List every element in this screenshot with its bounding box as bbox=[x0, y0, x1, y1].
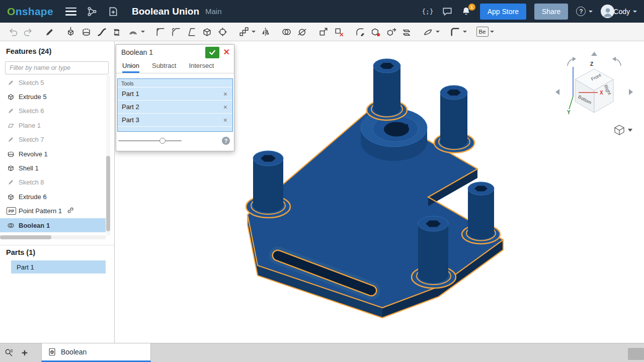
view-options-button[interactable] bbox=[615, 125, 632, 135]
slider-knob[interactable] bbox=[159, 138, 166, 144]
x-axis-label: X bbox=[600, 90, 603, 96]
draft-button[interactable] bbox=[184, 25, 199, 39]
search-tabs-icon[interactable] bbox=[0, 343, 17, 362]
feature-item-sketch8[interactable]: Sketch 8 bbox=[0, 175, 106, 190]
surface-dropdown-caret[interactable] bbox=[436, 31, 440, 33]
tab-subtract[interactable]: Subtract bbox=[152, 60, 176, 73]
insert-document-icon[interactable] bbox=[108, 6, 119, 17]
feature-item-extrude5[interactable]: Extrude 5 bbox=[0, 89, 106, 104]
tab-intersect[interactable]: Intersect bbox=[189, 60, 214, 73]
remove-tool-icon[interactable]: × bbox=[222, 103, 228, 111]
confirm-button[interactable] bbox=[205, 47, 219, 58]
split-button[interactable] bbox=[294, 25, 310, 39]
revolve-icon bbox=[7, 150, 15, 158]
app-store-button[interactable]: App Store bbox=[480, 4, 526, 20]
sheet-metal-tools-button[interactable] bbox=[447, 25, 463, 39]
tool-item[interactable]: Part 2 × bbox=[118, 100, 232, 113]
standoff-cylinder[interactable] bbox=[462, 182, 500, 244]
features-hscrollbar[interactable] bbox=[0, 235, 106, 239]
pattern-dropdown-caret[interactable] bbox=[252, 31, 256, 33]
plane-icon bbox=[7, 121, 15, 129]
undo-button[interactable] bbox=[5, 25, 21, 39]
part-model[interactable] bbox=[246, 59, 503, 318]
sketch-button[interactable] bbox=[42, 25, 57, 39]
document-history-icon[interactable] bbox=[87, 6, 98, 17]
extrude-icon bbox=[7, 93, 15, 101]
standoff-cylinder[interactable] bbox=[367, 59, 407, 120]
document-menu-icon[interactable] bbox=[65, 8, 76, 16]
tool-item[interactable]: Part 1 × bbox=[118, 87, 232, 100]
thicken-dropdown-caret[interactable] bbox=[141, 31, 145, 33]
feature-item-sketch5[interactable]: Sketch 5 bbox=[0, 75, 106, 89]
delete-face-button[interactable] bbox=[368, 25, 383, 39]
view-cube[interactable]: Front Bottom Right Z Y X bbox=[555, 52, 633, 115]
rotate-up-arrow[interactable] bbox=[591, 52, 597, 56]
rotate-right-arrow[interactable] bbox=[629, 89, 633, 95]
tab-boolean[interactable]: Boolean bbox=[41, 343, 151, 362]
sweep-button[interactable] bbox=[94, 25, 110, 39]
boolean-button[interactable] bbox=[279, 25, 294, 39]
custom-feature-be-button[interactable]: Be bbox=[474, 25, 490, 39]
user-menu[interactable]: Cody bbox=[601, 5, 637, 18]
sketch-icon bbox=[7, 78, 15, 86]
mirror-button[interactable] bbox=[258, 25, 273, 39]
comments-icon[interactable] bbox=[442, 6, 453, 17]
surface-tools-button[interactable] bbox=[420, 25, 436, 39]
feature-item-shell1[interactable]: Shell 1 bbox=[0, 161, 106, 175]
workspace-name[interactable]: Main bbox=[205, 7, 222, 16]
feature-item-boolean1[interactable]: Boolean 1 bbox=[0, 218, 106, 232]
sheet-metal-dropdown-caret[interactable] bbox=[463, 31, 467, 33]
share-button[interactable]: Share bbox=[534, 4, 568, 20]
loft-button[interactable] bbox=[110, 25, 125, 39]
tool-item-partial[interactable] bbox=[118, 126, 232, 132]
hole-button[interactable] bbox=[215, 25, 230, 39]
tool-item[interactable]: Part 3 × bbox=[118, 113, 232, 126]
features-vscrollbar[interactable] bbox=[106, 75, 110, 235]
rotate-left-arrow[interactable] bbox=[555, 89, 559, 95]
chamfer-button[interactable] bbox=[168, 25, 184, 39]
notifications-bell-icon[interactable]: 1 bbox=[461, 6, 472, 17]
shell-button[interactable] bbox=[199, 25, 215, 39]
thicken-button[interactable] bbox=[125, 25, 141, 39]
vscrollbar-thumb[interactable] bbox=[106, 156, 110, 231]
standoff-cylinder[interactable] bbox=[434, 85, 474, 153]
hscrollbar-thumb[interactable] bbox=[0, 235, 51, 239]
help-menu[interactable]: ? bbox=[576, 7, 593, 16]
transform-button[interactable] bbox=[315, 25, 331, 39]
dialog-slider[interactable] bbox=[118, 138, 182, 144]
redo-button[interactable] bbox=[21, 25, 36, 39]
delete-part-button[interactable] bbox=[331, 25, 347, 39]
feature-item-point-pattern1[interactable]: PP Point Pattern 1 bbox=[0, 204, 106, 218]
cancel-button[interactable]: ✕ bbox=[223, 48, 230, 56]
feature-item-sketch7[interactable]: Sketch 7 bbox=[0, 133, 106, 147]
scrollbar-corner bbox=[628, 348, 644, 360]
feature-item-extrude6[interactable]: Extrude 6 bbox=[0, 190, 106, 204]
feature-item-plane1[interactable]: Plane 1 bbox=[0, 118, 106, 132]
feature-item-sketch6[interactable]: Sketch 6 bbox=[0, 104, 106, 118]
move-face-button[interactable] bbox=[383, 25, 399, 39]
boolean-type-tabs: Union Subtract Intersect bbox=[116, 60, 234, 73]
sketch-icon bbox=[7, 178, 15, 187]
custom-feature-dropdown-caret[interactable] bbox=[490, 31, 494, 33]
sketch-icon bbox=[7, 136, 15, 144]
replace-face-button[interactable] bbox=[399, 25, 415, 39]
remove-tool-icon[interactable]: × bbox=[222, 90, 228, 98]
extrude-button[interactable] bbox=[63, 25, 78, 39]
topbar-right: {;} 1 App Store Share ? Cody bbox=[422, 4, 644, 20]
viewport[interactable]: Front Bottom Right Z Y X bbox=[115, 41, 644, 343]
modify-fillet-button[interactable] bbox=[352, 25, 368, 39]
featurescript-icon[interactable]: {;} bbox=[422, 8, 433, 15]
dialog-help-icon[interactable]: ? bbox=[222, 137, 230, 145]
feature-filter-input[interactable] bbox=[5, 61, 109, 74]
tab-union[interactable]: Union bbox=[122, 60, 139, 73]
linear-pattern-button[interactable] bbox=[236, 25, 252, 39]
fillet-button[interactable] bbox=[152, 25, 168, 39]
onshape-logo[interactable]: Onshape bbox=[7, 6, 53, 18]
part-list-item[interactable]: Part 1 bbox=[11, 260, 106, 274]
tools-selection-list[interactable]: Tools Part 1 × Part 2 × Part 3 × bbox=[117, 78, 233, 132]
feature-item-revolve1[interactable]: Revolve 1 bbox=[0, 147, 106, 161]
remove-tool-icon[interactable]: × bbox=[222, 116, 228, 124]
add-tab-button[interactable]: + bbox=[17, 343, 32, 362]
document-title[interactable]: Boolean Union bbox=[132, 6, 199, 17]
revolve-button[interactable] bbox=[78, 25, 94, 39]
